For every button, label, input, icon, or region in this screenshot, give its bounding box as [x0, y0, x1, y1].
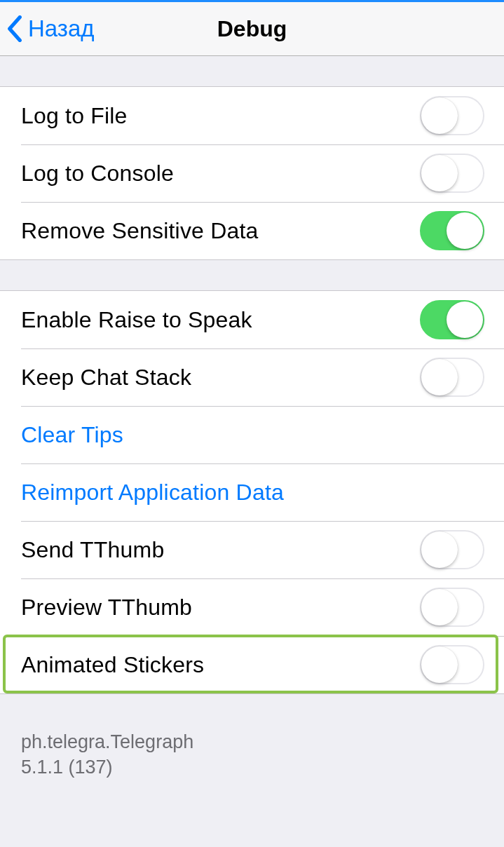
row-remove-sensitive-data: Remove Sensitive Data: [0, 202, 504, 259]
switch-enable-raise-to-speak[interactable]: [420, 300, 484, 339]
settings-group-logging: Log to File Log to Console Remove Sensit…: [0, 86, 504, 260]
back-button[interactable]: Назад: [0, 15, 95, 42]
row-label: Preview TThumb: [21, 595, 192, 621]
section-gap: [0, 260, 504, 290]
row-label: Animated Stickers: [21, 652, 204, 678]
row-label: Log to Console: [21, 161, 174, 187]
switch-log-to-console[interactable]: [420, 154, 484, 193]
switch-animated-stickers[interactable]: [420, 645, 484, 684]
row-label: Log to File: [21, 103, 128, 129]
row-preview-tthumb: Preview TThumb: [0, 578, 504, 636]
row-log-to-console: Log to Console: [0, 144, 504, 202]
row-enable-raise-to-speak: Enable Raise to Speak: [0, 291, 504, 348]
footer-info: ph.telegra.Telegraph 5.1.1 (137): [0, 694, 504, 780]
row-label: Reimport Application Data: [21, 480, 284, 506]
row-send-tthumb: Send TThumb: [0, 521, 504, 578]
row-label: Send TThumb: [21, 537, 164, 563]
row-label: Remove Sensitive Data: [21, 218, 259, 244]
row-keep-chat-stack: Keep Chat Stack: [0, 348, 504, 406]
switch-send-tthumb[interactable]: [420, 530, 484, 569]
switch-keep-chat-stack[interactable]: [420, 358, 484, 397]
footer-bundle-id: ph.telegra.Telegraph: [21, 729, 483, 754]
row-log-to-file: Log to File: [0, 87, 504, 144]
section-gap: [0, 56, 504, 86]
switch-preview-tthumb[interactable]: [420, 588, 484, 627]
row-label: Clear Tips: [21, 422, 123, 448]
row-label: Enable Raise to Speak: [21, 307, 252, 333]
row-reimport-application-data[interactable]: Reimport Application Data: [0, 463, 504, 521]
footer-version: 5.1.1 (137): [21, 754, 483, 780]
row-label: Keep Chat Stack: [21, 365, 191, 391]
navigation-bar: Назад Debug: [0, 2, 504, 56]
settings-group-misc: Enable Raise to Speak Keep Chat Stack Cl…: [0, 290, 504, 694]
back-label: Назад: [28, 15, 95, 42]
switch-log-to-file[interactable]: [420, 96, 484, 135]
row-clear-tips[interactable]: Clear Tips: [0, 406, 504, 463]
switch-remove-sensitive-data[interactable]: [420, 211, 484, 250]
row-animated-stickers: Animated Stickers: [0, 636, 504, 693]
chevron-left-icon: [7, 15, 22, 42]
